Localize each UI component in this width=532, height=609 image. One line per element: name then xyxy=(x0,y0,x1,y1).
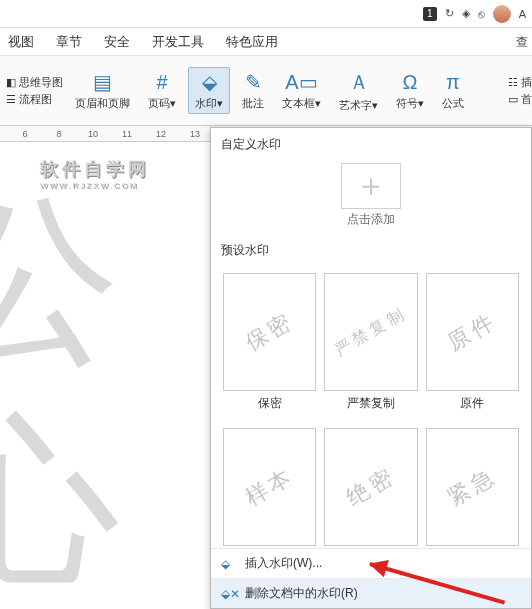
menu-bar: 视图 章节 安全 开发工具 特色应用 xyxy=(0,28,532,56)
menu-special[interactable]: 特色应用 xyxy=(226,33,278,51)
sync-icon[interactable]: ↻ xyxy=(445,7,454,20)
header-footer-button[interactable]: ▤ 页眉和页脚 xyxy=(69,68,136,113)
add-watermark-label: 点击添加 xyxy=(211,211,531,228)
mindmap-icon: ◧ xyxy=(6,76,16,89)
header-footer-icon: ▤ xyxy=(93,70,112,94)
page-number-button[interactable]: # 页码▾ xyxy=(142,69,182,113)
textbox-icon: A▭ xyxy=(285,70,317,94)
more-button-1[interactable]: ☷插 xyxy=(508,75,532,90)
symbol-button[interactable]: Ω 符号▾ xyxy=(390,69,430,113)
gift-icon[interactable]: ⎋ xyxy=(478,8,485,20)
notification-badge[interactable]: 1 xyxy=(423,7,437,21)
preset-yangben[interactable]: 样本 xyxy=(223,428,316,546)
avatar[interactable] xyxy=(493,5,511,23)
menu-safety[interactable]: 安全 xyxy=(104,33,130,51)
watermark-icon: ⬙ xyxy=(202,70,217,94)
preset-grid-row2: 样本 绝密 紧急 xyxy=(211,418,531,548)
add-watermark-button[interactable]: ＋ xyxy=(341,163,401,209)
textbox-button[interactable]: A▭ 文本框▾ xyxy=(276,68,327,113)
caption-yanjinfuzhi: 严禁复制 xyxy=(324,395,417,412)
page-number-icon: # xyxy=(156,71,167,94)
formula-icon: π xyxy=(446,71,460,94)
annotate-icon: ✎ xyxy=(245,70,262,94)
more-button-2[interactable]: ▭首 xyxy=(508,92,532,107)
bg-char-1: 公 xyxy=(0,162,120,404)
preset-grid-row1: 保密 严禁复制 原件 xyxy=(211,263,531,393)
symbol-icon: Ω xyxy=(403,71,418,94)
caption-baomi: 保密 xyxy=(223,395,316,412)
wordart-button[interactable]: Ａ 艺术字▾ xyxy=(333,67,384,115)
preset-baomi[interactable]: 保密 xyxy=(223,273,316,391)
plus-icon: ＋ xyxy=(355,164,387,208)
menu-view[interactable]: 视图 xyxy=(8,33,34,51)
preset-yanjinfuzhi[interactable]: 严禁复制 xyxy=(324,273,417,391)
formula-button[interactable]: π 公式 xyxy=(436,69,470,113)
diagram-group: ◧思维导图 ☰流程图 xyxy=(6,75,63,107)
menu-chapter[interactable]: 章节 xyxy=(56,33,82,51)
preset-wm-title: 预设水印 xyxy=(211,234,531,263)
ribbon-overflow: ☷插 ▭首 xyxy=(508,56,532,126)
bg-char-2: 心 xyxy=(0,382,120,609)
preset-jinji[interactable]: 紧急 xyxy=(426,428,519,546)
user-letter: A xyxy=(519,8,526,20)
search-partial[interactable]: 查 xyxy=(516,28,532,56)
preset-juemi[interactable]: 绝密 xyxy=(324,428,417,546)
preset-yuanjian[interactable]: 原件 xyxy=(426,273,519,391)
flowchart-button[interactable]: ☰流程图 xyxy=(6,92,63,107)
custom-wm-title: 自定义水印 xyxy=(211,128,531,157)
title-bar: 1 ↻ ◈ ⎋ A xyxy=(0,0,532,28)
delete-wm-icon: ⬙✕ xyxy=(221,587,237,601)
annotate-button[interactable]: ✎ 批注 xyxy=(236,68,270,113)
caption-yuanjian: 原件 xyxy=(426,395,519,412)
insert-wm-icon: ⬙ xyxy=(221,557,237,571)
watermark-dropdown: 自定义水印 ＋ 点击添加 预设水印 保密 严禁复制 原件 保密 严禁复制 原件 … xyxy=(210,127,532,609)
document-canvas[interactable]: 软件自学网 WWW.RJZXW.COM 公 心 xyxy=(0,142,210,609)
wordart-icon: Ａ xyxy=(349,69,369,96)
diamond-icon[interactable]: ◈ xyxy=(462,7,470,20)
mindmap-button[interactable]: ◧思维导图 xyxy=(6,75,63,90)
menu-devtools[interactable]: 开发工具 xyxy=(152,33,204,51)
flowchart-icon: ☰ xyxy=(6,93,16,106)
watermark-button[interactable]: ⬙ 水印▾ xyxy=(188,67,230,114)
preset-captions-row1: 保密 严禁复制 原件 xyxy=(211,393,531,418)
ribbon-toolbar: ◧思维导图 ☰流程图 ▤ 页眉和页脚 # 页码▾ ⬙ 水印▾ ✎ 批注 A▭ 文… xyxy=(0,56,532,126)
delete-watermark-menuitem[interactable]: ⬙✕ 删除文档中的水印(R) xyxy=(211,578,531,608)
